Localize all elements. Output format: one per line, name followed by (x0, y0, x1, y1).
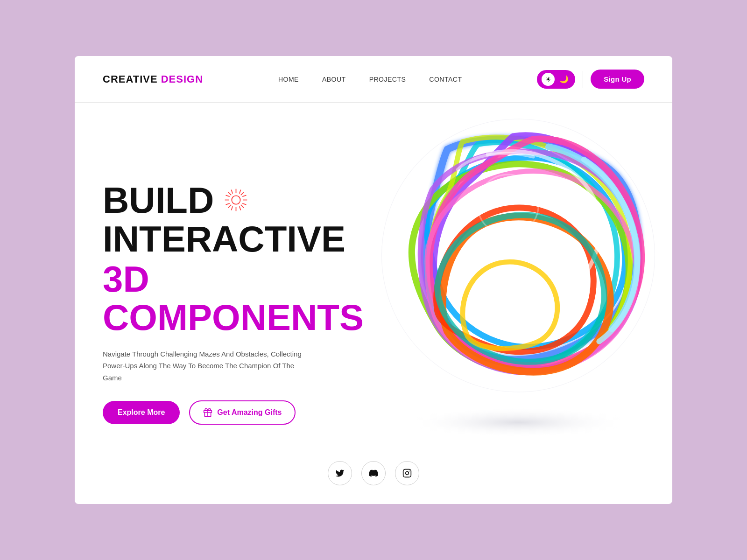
explore-more-button[interactable]: Explore More (103, 401, 180, 424)
gift-icon (203, 408, 212, 417)
nav-right: ☀ 🌙 Sign Up (537, 70, 644, 89)
sunburst-icon (223, 187, 249, 213)
svg-point-21 (478, 175, 538, 235)
svg-line-8 (228, 205, 232, 208)
svg-point-0 (232, 196, 240, 204)
svg-point-19 (407, 407, 630, 438)
hero-buttons: Explore More Get Amazing Gifts (103, 400, 364, 425)
nav-item-home[interactable]: HOME (278, 75, 299, 84)
discord-icon-button[interactable] (361, 461, 386, 485)
svg-line-6 (241, 205, 244, 208)
hero-left: BUILD (75, 103, 364, 504)
get-gifts-button[interactable]: Get Amazing Gifts (189, 400, 296, 425)
discord-icon (369, 469, 378, 478)
nav-item-contact[interactable]: CONTACT (429, 75, 462, 84)
navbar: CREATIVE DESIGN HOME ABOUT PROJECTS CONT… (75, 56, 672, 103)
nav-divider (583, 71, 583, 88)
social-bar (328, 461, 419, 485)
svg-line-10 (240, 207, 241, 210)
hero-title-line2: INTERACTIVE (103, 220, 364, 259)
twitter-bird-icon (335, 469, 345, 478)
svg-line-9 (232, 190, 233, 194)
hero-title-line3: 3D COMPONENTS (103, 260, 364, 337)
hero-description: Navigate Through Challenging Mazes And O… (103, 348, 303, 384)
instagram-icon (402, 469, 412, 478)
nav-item-projects[interactable]: PROJECTS (369, 75, 406, 84)
svg-line-5 (228, 192, 232, 196)
svg-line-16 (232, 207, 233, 210)
twitter-icon-button[interactable] (328, 461, 352, 485)
svg-line-15 (240, 190, 241, 194)
logo: CREATIVE DESIGN (103, 73, 203, 85)
svg-line-7 (241, 192, 244, 196)
svg-line-11 (226, 196, 230, 197)
nav-links: HOME ABOUT PROJECTS CONTACT (278, 75, 462, 84)
logo-design: DESIGN (161, 73, 203, 85)
svg-line-14 (226, 203, 230, 205)
logo-creative: CREATIVE (103, 73, 158, 85)
signup-button[interactable]: Sign Up (591, 70, 644, 89)
hero-right (336, 103, 672, 453)
gifts-btn-label: Get Amazing Gifts (217, 408, 282, 417)
theme-toggle-button[interactable]: ☀ 🌙 (537, 70, 575, 89)
instagram-icon-button[interactable] (395, 461, 419, 485)
nav-item-about[interactable]: ABOUT (322, 75, 346, 84)
page-wrapper: CREATIVE DESIGN HOME ABOUT PROJECTS CONT… (75, 56, 672, 504)
sun-icon: ☀ (542, 73, 555, 86)
hero-title-line1: BUILD (103, 182, 364, 218)
main-content: BUILD (75, 103, 672, 504)
moon-icon: 🌙 (557, 75, 571, 84)
sphere-visual (336, 103, 672, 453)
hero-build-text: BUILD (103, 182, 214, 218)
svg-line-12 (243, 203, 247, 205)
svg-line-13 (243, 196, 247, 197)
svg-rect-22 (403, 469, 411, 477)
